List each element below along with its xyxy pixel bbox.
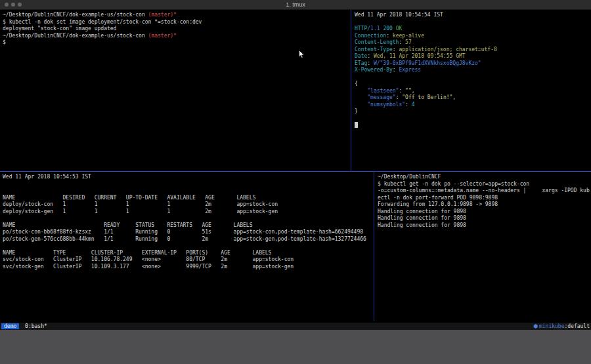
terminal-line: deploy/stock-con 1 1 1 1 2m app=stock-co… (3, 201, 371, 209)
window-title: 1. tmux (0, 0, 591, 9)
terminal-line: ectl -n dok port-forward POD 9898:9898 (378, 195, 591, 202)
tmux-terminal: ~/Desktop/DublinCNCF/dok-example-us/stoc… (0, 10, 591, 323)
pane-divider-vertical-bottom[interactable] (374, 172, 374, 321)
terminal-line: Wed 11 Apr 2018 10:54:54 IST (355, 12, 591, 19)
terminal-line: "numsymbols": 4 (355, 102, 591, 109)
terminal-line: Handling connection for 9898 (378, 222, 591, 230)
terminal-line (355, 115, 591, 123)
kube-namespace-label: :default (564, 323, 590, 329)
terminal-line: NAME DESIRED CURRENT UP-TO-DATE AVAILABL… (3, 195, 371, 202)
terminal-line: $ kubectl -n dok set image deployment/st… (3, 19, 351, 26)
terminal-line (355, 74, 591, 81)
terminal-line: NAME TYPE CLUSTER-IP EXTERNAL-IP PORT(S)… (3, 250, 371, 257)
minikube-hexagon-icon: ⬢ (533, 323, 538, 329)
terminal-line (3, 215, 371, 222)
terminal-line: X-Powered-By: Express (355, 67, 591, 74)
terminal-line: Wed 11 Apr 2018 10:54:53 IST (3, 174, 371, 181)
terminal-line: svc/stock-con ClusterIP 10.106.78.249 <n… (3, 256, 371, 264)
terminal-line: po/stock-gen-576cc688bb-44kmn 1/1 Runnin… (3, 236, 371, 243)
pane-bottom-left-kubectl-watch[interactable]: Wed 11 Apr 2018 10:54:53 IST NAME DESIRE… (0, 172, 374, 325)
terminal-line: } (355, 108, 591, 115)
terminal-line: Forwarding from 127.0.0.1:9898 -> 9898 (378, 201, 591, 209)
traffic-lights (5, 3, 22, 7)
terminal-line (355, 122, 591, 129)
window-titlebar: 1. tmux (0, 0, 591, 10)
terminal-line: $ (3, 39, 351, 47)
terminal-line: svc/stock-gen ClusterIP 10.109.3.177 <no… (3, 264, 371, 271)
terminal-line (3, 188, 371, 195)
pane-divider-horizontal[interactable] (0, 171, 591, 172)
close-button[interactable] (5, 3, 9, 7)
terminal-line: Content-Length: 57 (355, 39, 591, 47)
status-right: ⬢minikube:default (533, 323, 590, 330)
terminal-window: 1. tmux ~/Desktop/DublinCNCF/dok-example… (0, 0, 591, 330)
pane-divider-vertical-top[interactable] (351, 10, 351, 171)
terminal-line: ~/Desktop/DublinCNCF/dok-example-us/stoc… (3, 12, 351, 19)
zoom-button[interactable] (18, 3, 22, 7)
terminal-line: ETag: W/"39-0xBPf9aF1dXVNkhsxoBQgJ8vKzo" (355, 60, 591, 68)
terminal-line: NAME READY STATUS RESTARTS AGE LABELS (3, 222, 371, 230)
tmux-session-name: demo (1, 323, 19, 329)
terminal-line: ~/Desktop/DublinCNCF (378, 174, 591, 181)
terminal-line: "message": "Off to Berlin!", (355, 94, 591, 102)
terminal-line: "lastseen": "", (355, 88, 591, 95)
minimize-button[interactable] (11, 3, 15, 7)
terminal-line: deploy/stock-gen 1 1 1 1 2m app=stock-ge… (3, 209, 371, 216)
terminal-line: Connection: keep-alive (355, 33, 591, 40)
terminal-line (355, 19, 591, 26)
terminal-line: { (355, 81, 591, 88)
terminal-line (3, 243, 371, 250)
tmux-status-bar: demo 0:bash* ⬢minikube:default (0, 323, 591, 330)
terminal-line: Content-Type: application/json; charset=… (355, 47, 591, 54)
terminal-line: $ kubectl get -n dok po --selector=app=s… (378, 181, 591, 188)
tmux-window-tab[interactable]: 0:bash* (25, 323, 47, 329)
terminal-line (3, 181, 371, 188)
terminal-line: HTTP/1.1 200 OK (355, 26, 591, 33)
terminal-line: deployment "stock-con" image updated (3, 26, 351, 33)
terminal-line: po/stock-con-bb68f88fd-kzsxz 1/1 Running… (3, 229, 371, 236)
pane-bottom-right-port-forward[interactable]: ~/Desktop/DublinCNCF$ kubectl get -n dok… (375, 172, 591, 325)
terminal-line: Date: Wed, 11 Apr 2018 09:54:55 GMT (355, 53, 591, 60)
terminal-line: Handling connection for 9898 (378, 209, 591, 216)
terminal-line: ~/Desktop/DublinCNCF/dok-example-us/stoc… (3, 33, 351, 40)
pane-top-left-shell[interactable]: ~/Desktop/DublinCNCF/dok-example-us/stoc… (0, 10, 353, 173)
kube-context-label: minikube (539, 323, 565, 329)
pane-top-right-http-response[interactable]: Wed 11 Apr 2018 10:54:54 IST HTTP/1.1 20… (352, 10, 591, 173)
terminal-line: -o=custom-columns=:metadata.name --no-he… (378, 188, 591, 195)
terminal-line: Handling connection for 9898 (378, 215, 591, 222)
desktop: 1. tmux ~/Desktop/DublinCNCF/dok-example… (0, 0, 591, 364)
mouse-pointer-icon (299, 49, 305, 62)
status-left: demo 0:bash* (1, 323, 47, 330)
